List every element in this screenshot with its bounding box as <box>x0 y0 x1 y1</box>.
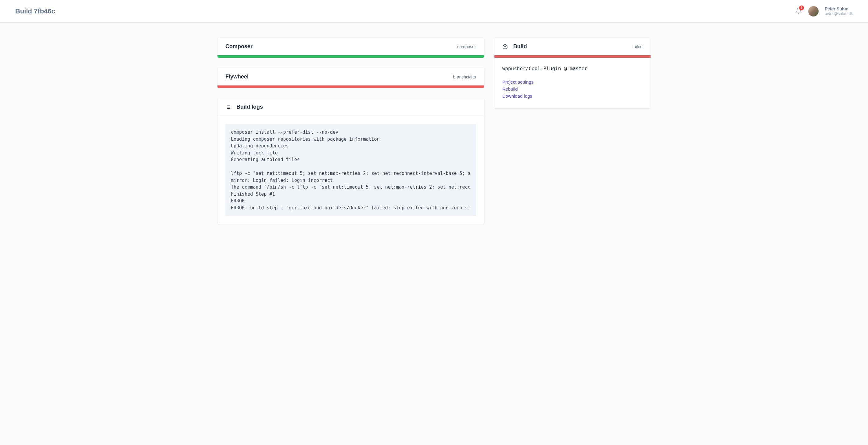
right-column: Build failed wppusher/Cool-Plugin @ mast… <box>494 38 651 224</box>
user-name: Peter Suhm <box>825 6 853 11</box>
build-step-flywheel[interactable]: Flywheel branchci/lftp <box>217 68 484 88</box>
avatar[interactable] <box>808 6 818 17</box>
topbar-right: 2 Peter Suhm peter@suhm.dk <box>796 6 853 17</box>
status-bar-success <box>217 55 484 58</box>
summary-header-left: Build <box>502 43 527 50</box>
logs-body: composer install --prefer-dist --no-dev … <box>217 116 484 224</box>
notifications-button[interactable]: 2 <box>796 7 802 15</box>
logs-header: Build logs <box>217 98 484 116</box>
logs-output[interactable]: composer install --prefer-dist --no-dev … <box>225 124 476 216</box>
list-icon <box>225 105 231 110</box>
step-slug: branchci/lftp <box>453 75 476 79</box>
status-bar-failed <box>217 85 484 88</box>
repo-reference: wppusher/Cool-Plugin @ master <box>502 66 643 71</box>
summary-title: Build <box>513 43 527 50</box>
download-logs-link[interactable]: Download logs <box>502 93 643 98</box>
package-icon <box>502 44 508 50</box>
step-title: Flywheel <box>225 73 249 80</box>
left-column: Composer composer Flywheel branchci/lftp… <box>217 38 484 224</box>
summary-body: wppusher/Cool-Plugin @ master Project se… <box>494 58 651 108</box>
user-info[interactable]: Peter Suhm peter@suhm.dk <box>825 6 853 16</box>
notification-badge: 2 <box>799 5 804 10</box>
build-logs-card: Build logs composer install --prefer-dis… <box>217 98 484 224</box>
step-header: Composer composer <box>217 38 484 55</box>
topbar: Build 7fb46c 2 Peter Suhm peter@suhm.dk <box>0 0 868 23</box>
step-title: Composer <box>225 43 252 50</box>
build-summary-card: Build failed wppusher/Cool-Plugin @ mast… <box>494 38 651 108</box>
rebuild-link[interactable]: Rebuild <box>502 86 643 92</box>
page-title: Build 7fb46c <box>15 7 55 15</box>
summary-status: failed <box>632 44 643 49</box>
summary-header: Build failed <box>494 38 651 55</box>
step-header: Flywheel branchci/lftp <box>217 68 484 85</box>
user-email: peter@suhm.dk <box>825 11 853 16</box>
build-step-composer[interactable]: Composer composer <box>217 38 484 58</box>
project-settings-link[interactable]: Project settings <box>502 79 643 85</box>
main-container: Composer composer Flywheel branchci/lftp… <box>202 23 666 239</box>
step-slug: composer <box>457 44 476 49</box>
logs-title: Build logs <box>236 104 263 110</box>
status-bar-failed <box>494 55 651 58</box>
